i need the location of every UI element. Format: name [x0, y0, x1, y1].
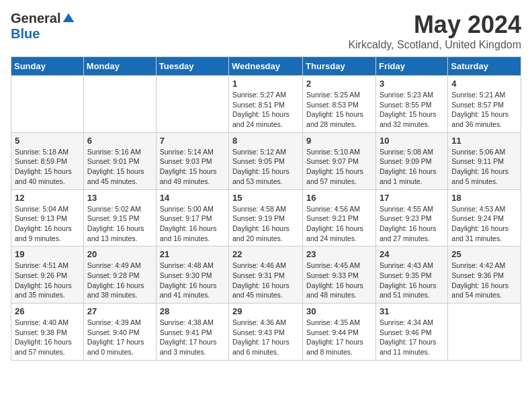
- calendar-week-row: 12Sunrise: 5:04 AMSunset: 9:13 PMDayligh…: [11, 189, 521, 246]
- day-number: 2: [306, 79, 372, 89]
- calendar-cell: 28Sunrise: 4:38 AMSunset: 9:41 PMDayligh…: [156, 304, 228, 361]
- calendar-cell: [83, 76, 156, 133]
- calendar-cell: 17Sunrise: 4:55 AMSunset: 9:23 PMDayligh…: [375, 189, 447, 246]
- day-info: Sunrise: 4:48 AMSunset: 9:30 PMDaylight:…: [160, 261, 225, 300]
- day-info: Sunrise: 4:51 AMSunset: 9:26 PMDaylight:…: [15, 261, 80, 300]
- location-text: Kirkcaldy, Scotland, United Kingdom: [348, 39, 521, 51]
- calendar-cell: 26Sunrise: 4:40 AMSunset: 9:38 PMDayligh…: [11, 304, 84, 361]
- day-number: 25: [451, 249, 517, 259]
- calendar-cell: 10Sunrise: 5:08 AMSunset: 9:09 PMDayligh…: [375, 132, 447, 189]
- col-thursday: Thursday: [303, 57, 376, 76]
- calendar-cell: 5Sunrise: 5:18 AMSunset: 8:59 PMDaylight…: [11, 132, 84, 189]
- calendar-cell: 31Sunrise: 4:34 AMSunset: 9:46 PMDayligh…: [375, 304, 447, 361]
- day-number: 1: [232, 79, 299, 89]
- day-info: Sunrise: 5:23 AMSunset: 8:55 PMDaylight:…: [380, 90, 444, 130]
- day-info: Sunrise: 4:43 AMSunset: 9:35 PMDaylight:…: [380, 261, 444, 300]
- calendar-cell: 24Sunrise: 4:43 AMSunset: 9:35 PMDayligh…: [375, 246, 447, 304]
- col-saturday: Saturday: [448, 57, 521, 76]
- day-number: 29: [232, 306, 299, 316]
- calendar-cell: 25Sunrise: 4:42 AMSunset: 9:36 PMDayligh…: [448, 246, 521, 304]
- day-info: Sunrise: 4:55 AMSunset: 9:23 PMDaylight:…: [380, 204, 444, 244]
- day-info: Sunrise: 4:42 AMSunset: 9:36 PMDaylight:…: [451, 261, 517, 300]
- day-info: Sunrise: 4:56 AMSunset: 9:21 PMDaylight:…: [306, 204, 372, 244]
- logo: General Blue: [11, 11, 75, 42]
- day-number: 11: [451, 136, 517, 146]
- day-number: 24: [380, 249, 444, 259]
- calendar-week-row: 26Sunrise: 4:40 AMSunset: 9:38 PMDayligh…: [11, 304, 521, 361]
- day-number: 10: [380, 136, 444, 146]
- day-info: Sunrise: 4:36 AMSunset: 9:43 PMDaylight:…: [232, 318, 299, 357]
- day-number: 3: [380, 79, 444, 89]
- day-number: 15: [232, 193, 299, 203]
- logo-blue-text: Blue: [11, 26, 40, 42]
- calendar-cell: 15Sunrise: 4:58 AMSunset: 9:19 PMDayligh…: [229, 189, 303, 246]
- calendar-cell: 13Sunrise: 5:02 AMSunset: 9:15 PMDayligh…: [83, 189, 156, 246]
- calendar-cell: [156, 76, 228, 133]
- calendar-cell: 4Sunrise: 5:21 AMSunset: 8:57 PMDaylight…: [448, 76, 521, 133]
- day-info: Sunrise: 4:40 AMSunset: 9:38 PMDaylight:…: [15, 318, 80, 357]
- calendar-week-row: 19Sunrise: 4:51 AMSunset: 9:26 PMDayligh…: [11, 246, 521, 304]
- day-info: Sunrise: 4:53 AMSunset: 9:24 PMDaylight:…: [451, 204, 517, 244]
- day-number: 13: [87, 193, 152, 203]
- day-info: Sunrise: 5:04 AMSunset: 9:13 PMDaylight:…: [15, 204, 80, 244]
- day-info: Sunrise: 5:14 AMSunset: 9:03 PMDaylight:…: [160, 147, 225, 187]
- calendar-table: Sunday Monday Tuesday Wednesday Thursday…: [11, 56, 521, 361]
- day-info: Sunrise: 5:27 AMSunset: 8:51 PMDaylight:…: [232, 90, 299, 130]
- day-info: Sunrise: 4:38 AMSunset: 9:41 PMDaylight:…: [160, 318, 225, 357]
- day-info: Sunrise: 4:49 AMSunset: 9:28 PMDaylight:…: [87, 261, 152, 300]
- calendar-cell: 12Sunrise: 5:04 AMSunset: 9:13 PMDayligh…: [11, 189, 84, 246]
- day-info: Sunrise: 5:10 AMSunset: 9:07 PMDaylight:…: [306, 147, 372, 187]
- calendar-cell: 2Sunrise: 5:25 AMSunset: 8:53 PMDaylight…: [303, 76, 376, 133]
- day-number: 20: [87, 249, 152, 259]
- day-number: 31: [380, 306, 444, 316]
- day-info: Sunrise: 4:58 AMSunset: 9:19 PMDaylight:…: [232, 204, 299, 244]
- title-block: May 2024 Kirkcaldy, Scotland, United Kin…: [348, 11, 521, 51]
- day-number: 7: [160, 136, 225, 146]
- day-info: Sunrise: 4:45 AMSunset: 9:33 PMDaylight:…: [306, 261, 372, 300]
- day-number: 26: [15, 306, 80, 316]
- day-info: Sunrise: 5:18 AMSunset: 8:59 PMDaylight:…: [15, 147, 80, 187]
- day-number: 12: [15, 193, 80, 203]
- day-number: 19: [15, 249, 80, 259]
- calendar-cell: 9Sunrise: 5:10 AMSunset: 9:07 PMDaylight…: [303, 132, 376, 189]
- col-wednesday: Wednesday: [229, 57, 303, 76]
- calendar-header-row: Sunday Monday Tuesday Wednesday Thursday…: [11, 57, 521, 76]
- calendar-cell: [448, 304, 521, 361]
- calendar-cell: 7Sunrise: 5:14 AMSunset: 9:03 PMDaylight…: [156, 132, 228, 189]
- day-number: 4: [451, 79, 517, 89]
- calendar-cell: [11, 76, 84, 133]
- calendar-week-row: 5Sunrise: 5:18 AMSunset: 8:59 PMDaylight…: [11, 132, 521, 189]
- day-info: Sunrise: 5:00 AMSunset: 9:17 PMDaylight:…: [160, 204, 225, 244]
- calendar-cell: 8Sunrise: 5:12 AMSunset: 9:05 PMDaylight…: [229, 132, 303, 189]
- logo-icon: [62, 12, 75, 26]
- day-info: Sunrise: 5:02 AMSunset: 9:15 PMDaylight:…: [87, 204, 152, 244]
- calendar-cell: 1Sunrise: 5:27 AMSunset: 8:51 PMDaylight…: [229, 76, 303, 133]
- day-number: 30: [306, 306, 372, 316]
- day-info: Sunrise: 5:25 AMSunset: 8:53 PMDaylight:…: [306, 90, 372, 130]
- day-number: 18: [451, 193, 517, 203]
- day-number: 28: [160, 306, 225, 316]
- day-info: Sunrise: 4:46 AMSunset: 9:31 PMDaylight:…: [232, 261, 299, 300]
- calendar-cell: 3Sunrise: 5:23 AMSunset: 8:55 PMDaylight…: [375, 76, 447, 133]
- col-tuesday: Tuesday: [156, 57, 228, 76]
- calendar-cell: 21Sunrise: 4:48 AMSunset: 9:30 PMDayligh…: [156, 246, 228, 304]
- calendar-week-row: 1Sunrise: 5:27 AMSunset: 8:51 PMDaylight…: [11, 76, 521, 133]
- calendar-cell: 22Sunrise: 4:46 AMSunset: 9:31 PMDayligh…: [229, 246, 303, 304]
- calendar-cell: 27Sunrise: 4:39 AMSunset: 9:40 PMDayligh…: [83, 304, 156, 361]
- day-number: 9: [306, 136, 372, 146]
- calendar-cell: 14Sunrise: 5:00 AMSunset: 9:17 PMDayligh…: [156, 189, 228, 246]
- day-info: Sunrise: 4:34 AMSunset: 9:46 PMDaylight:…: [380, 318, 444, 357]
- day-number: 5: [15, 136, 80, 146]
- calendar-cell: 16Sunrise: 4:56 AMSunset: 9:21 PMDayligh…: [303, 189, 376, 246]
- svg-marker-0: [63, 13, 75, 21]
- day-number: 6: [87, 136, 152, 146]
- day-number: 17: [380, 193, 444, 203]
- day-number: 16: [306, 193, 372, 203]
- day-number: 22: [232, 249, 299, 259]
- calendar-cell: 29Sunrise: 4:36 AMSunset: 9:43 PMDayligh…: [229, 304, 303, 361]
- day-info: Sunrise: 4:39 AMSunset: 9:40 PMDaylight:…: [87, 318, 152, 357]
- day-info: Sunrise: 5:16 AMSunset: 9:01 PMDaylight:…: [87, 147, 152, 187]
- day-info: Sunrise: 5:12 AMSunset: 9:05 PMDaylight:…: [232, 147, 299, 187]
- calendar-cell: 23Sunrise: 4:45 AMSunset: 9:33 PMDayligh…: [303, 246, 376, 304]
- calendar-cell: 20Sunrise: 4:49 AMSunset: 9:28 PMDayligh…: [83, 246, 156, 304]
